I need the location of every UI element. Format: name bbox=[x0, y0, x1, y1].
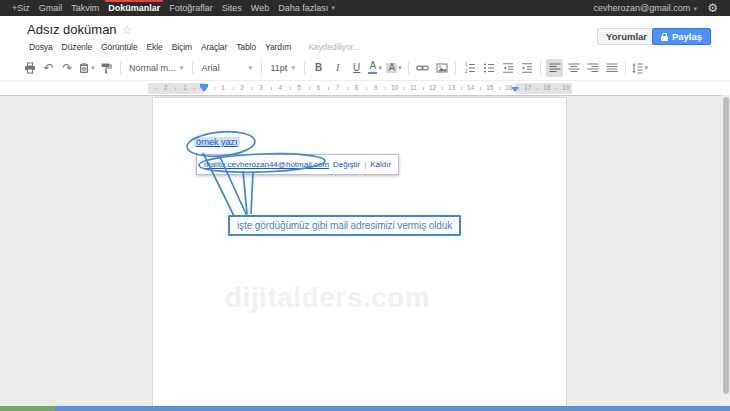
image-icon bbox=[436, 62, 448, 74]
link-bubble-separator: | bbox=[364, 160, 366, 169]
bold-icon: B bbox=[315, 63, 322, 73]
ruler: 1212345678910111213141516171819 bbox=[148, 83, 572, 94]
ruler-tick bbox=[423, 87, 424, 90]
ruler-tick bbox=[537, 87, 538, 90]
bulleted-list-button[interactable] bbox=[480, 59, 497, 77]
align-justify-button[interactable] bbox=[603, 59, 620, 77]
toolbar-separator bbox=[625, 61, 626, 75]
align-right-button[interactable] bbox=[584, 59, 601, 77]
ruler-tick bbox=[214, 87, 215, 90]
right-indent-marker[interactable] bbox=[511, 87, 519, 92]
topbar-link-daha-fazlas-[interactable]: Daha fazlası▼ bbox=[278, 0, 336, 16]
document-title-row: Adsız doküman☆ bbox=[27, 22, 132, 37]
chevron-down-icon: ▼ bbox=[330, 5, 336, 11]
topbar-link-foto-raflar[interactable]: Fotoğraflar bbox=[169, 0, 213, 16]
font-size-value: 11pt bbox=[270, 63, 287, 73]
ruler-tick bbox=[271, 87, 272, 90]
ruler-number: 8 bbox=[355, 84, 359, 91]
paint-format-button[interactable] bbox=[98, 59, 115, 77]
print-button[interactable] bbox=[21, 59, 38, 77]
lock-icon bbox=[661, 36, 668, 41]
topbar-link-gmail[interactable]: Gmail bbox=[39, 0, 63, 16]
menu-yardım[interactable]: Yardım bbox=[263, 41, 293, 53]
align-center-icon bbox=[568, 62, 580, 74]
bold-button[interactable]: B bbox=[310, 59, 327, 77]
scrollbar-thumb[interactable] bbox=[723, 97, 729, 394]
topbar-link-dok-manlar[interactable]: Dokümanlar bbox=[108, 0, 160, 16]
topbar-link--siz[interactable]: +Siz bbox=[12, 0, 30, 16]
ruler-number: 14 bbox=[467, 84, 474, 91]
styles-value: Normal m... bbox=[129, 63, 176, 73]
menu-düzenle[interactable]: Düzenle bbox=[60, 41, 95, 53]
paint-roller-icon bbox=[100, 62, 112, 74]
left-indent-marker[interactable] bbox=[200, 84, 208, 92]
toolbar-separator bbox=[408, 61, 409, 75]
ruler-tick bbox=[290, 87, 291, 90]
align-center-button[interactable] bbox=[565, 59, 582, 77]
menu-tablo[interactable]: Tablo bbox=[234, 41, 258, 53]
topbar-link-web[interactable]: Web bbox=[251, 0, 269, 16]
numbered-list-button[interactable]: 12 bbox=[461, 59, 478, 77]
toolbar-separator bbox=[192, 61, 193, 75]
styles-dropdown[interactable]: Normal m... ▼ bbox=[125, 59, 188, 77]
decrease-indent-button[interactable] bbox=[499, 59, 516, 77]
menu-ekle[interactable]: Ekle bbox=[145, 41, 165, 53]
document-link-text[interactable]: örnek yazı bbox=[194, 137, 240, 147]
ruler-number: 19 bbox=[562, 84, 569, 91]
topbar-link-takvim[interactable]: Takvim bbox=[71, 0, 99, 16]
link-change-button[interactable]: Değiştir bbox=[333, 160, 360, 169]
text-color-button[interactable]: A ▼ bbox=[367, 59, 384, 77]
text-color-icon: A bbox=[368, 61, 377, 74]
web-clipboard-button[interactable]: ▼ bbox=[78, 59, 96, 77]
insert-image-button[interactable] bbox=[433, 59, 450, 77]
align-left-button[interactable] bbox=[546, 59, 563, 77]
account-email: cevherozan@gmail.com bbox=[594, 3, 691, 13]
underline-button[interactable]: U bbox=[348, 59, 365, 77]
share-label: Paylaş bbox=[672, 31, 702, 42]
topbar-link-sites[interactable]: Sites bbox=[222, 0, 242, 16]
google-docs-window: +SizGmailTakvimDokümanlarFotoğraflarSite… bbox=[0, 0, 730, 411]
toolbar-separator bbox=[304, 61, 305, 75]
menu-görüntüle[interactable]: Görüntüle bbox=[99, 41, 139, 53]
account-email-menu[interactable]: cevherozan@gmail.com▼ bbox=[594, 3, 699, 13]
link-icon bbox=[416, 62, 429, 74]
ruler-tick bbox=[156, 87, 157, 90]
status-bar-green-segment bbox=[0, 406, 55, 411]
watermark-text: dijitalders.com bbox=[225, 282, 430, 314]
font-value: Arial bbox=[201, 63, 219, 73]
font-dropdown[interactable]: Arial ▼ bbox=[197, 59, 257, 77]
line-spacing-button[interactable]: ▼ bbox=[631, 59, 649, 77]
font-size-dropdown[interactable]: 11pt ▼ bbox=[266, 59, 300, 77]
toolbar-separator bbox=[455, 61, 456, 75]
chevron-down-icon: ▼ bbox=[397, 65, 403, 71]
increase-indent-button[interactable] bbox=[518, 59, 535, 77]
menu-biçim[interactable]: Biçim bbox=[170, 41, 194, 53]
ruler-number: 1 bbox=[221, 84, 225, 91]
undo-button[interactable]: ↶ bbox=[40, 59, 57, 77]
vertical-scrollbar[interactable] bbox=[721, 95, 730, 406]
star-icon[interactable]: ☆ bbox=[122, 23, 133, 37]
insert-link-button[interactable] bbox=[414, 59, 431, 77]
line-spacing-icon bbox=[631, 62, 643, 74]
menu-dosya[interactable]: Dosya bbox=[27, 41, 55, 53]
ruler-number: 2 bbox=[240, 84, 244, 91]
highlight-color-button[interactable]: A ▼ bbox=[386, 59, 403, 77]
annotation-note: işte gördüğümüz gibi mail adresimizi ver… bbox=[228, 215, 461, 236]
chevron-down-icon: ▼ bbox=[692, 6, 698, 12]
ruler-number: 6 bbox=[316, 84, 320, 91]
numbered-list-icon: 12 bbox=[464, 62, 476, 74]
ruler-tick bbox=[404, 87, 405, 90]
italic-button[interactable]: I bbox=[329, 59, 346, 77]
document-title[interactable]: Adsız doküman bbox=[27, 22, 117, 37]
ruler-tick bbox=[556, 87, 557, 90]
gear-icon[interactable]: ⚙ bbox=[707, 2, 718, 14]
link-remove-button[interactable]: Kaldır bbox=[370, 160, 391, 169]
share-button[interactable]: Paylaş bbox=[652, 28, 711, 45]
link-bubble: mailto:cevherozan44@hotmail.com Değiştir… bbox=[196, 154, 399, 175]
topbar-links: +SizGmailTakvimDokümanlarFotoğraflarSite… bbox=[12, 0, 336, 16]
menu-bar: DosyaDüzenleGörüntüleEkleBiçimAraçlarTab… bbox=[27, 41, 360, 53]
menu-araçlar[interactable]: Araçlar bbox=[199, 41, 229, 53]
link-bubble-url[interactable]: mailto:cevherozan44@hotmail.com bbox=[204, 160, 329, 169]
indent-icon bbox=[521, 62, 533, 74]
redo-button[interactable]: ↷ bbox=[59, 59, 76, 77]
